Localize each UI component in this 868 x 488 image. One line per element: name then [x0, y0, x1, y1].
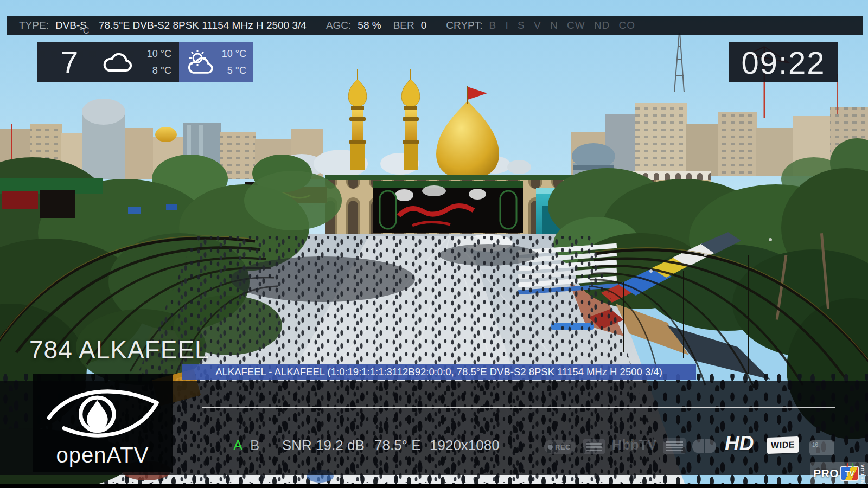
- transponder-info: 78.5°E DVB-S2 8PSK 11154 MHz H 2500 3/4: [99, 20, 307, 31]
- aspect-label: 16: [812, 442, 818, 448]
- protv-watermark: PRO TV NET.UA: [810, 462, 868, 485]
- today-high: 10 °C: [147, 48, 171, 60]
- forecast-high: 10 °C: [222, 48, 246, 60]
- brand-name: openATV: [33, 443, 173, 467]
- sun-cloud-icon: [184, 49, 216, 76]
- channel-title: 784 ALKAFEEL: [29, 335, 209, 364]
- time-display: 09:22: [741, 44, 825, 81]
- widescreen-icon: WIDE: [767, 436, 799, 454]
- type-label: TYPE:: [19, 20, 49, 31]
- agc-value: 58 %: [358, 20, 381, 31]
- teletext-icon: [663, 438, 686, 454]
- letterbox-bar: [0, 484, 868, 488]
- event-progress-line: [202, 407, 835, 408]
- hd-icon: HD: [725, 432, 754, 455]
- snr-value: SNR 19.2 dB: [282, 437, 365, 454]
- dolby-digital-icon: [692, 439, 716, 453]
- tuner-a-indicator: A: [233, 437, 242, 454]
- current-temperature: 7°C: [61, 42, 88, 82]
- wide-label: WIDE: [771, 440, 795, 451]
- weather-current-panel: 7°C 10 °C 8 °C: [37, 42, 179, 82]
- today-low: 8 °C: [147, 65, 171, 76]
- watermark-tv-text: TV: [845, 470, 854, 478]
- ber-value: 0: [421, 20, 427, 31]
- crypt-flags: B I S V N CW ND CO: [489, 20, 636, 31]
- drop-icon: [87, 400, 108, 430]
- satellite-position: 78.5° E: [374, 437, 421, 454]
- movielist-icon: [583, 439, 605, 454]
- service-reference-text: ALKAFEEL - ALKAFEEL (1:0:19:1:1:1:3112B9…: [215, 366, 662, 378]
- road-sign: [128, 207, 141, 214]
- cloud-icon: [100, 50, 134, 75]
- video-resolution: 1920x1080: [430, 437, 500, 454]
- forecast-low: 5 °C: [222, 65, 246, 76]
- rec-dot-icon: [548, 445, 553, 450]
- weather-forecast-panel: 10 °C 5 °C: [179, 42, 253, 82]
- aspect-ratio-icon: 16: [809, 440, 834, 455]
- forecast-minmax: 10 °C 5 °C: [222, 48, 246, 76]
- tuner-b-indicator: B: [250, 437, 259, 454]
- tuner-info-bar: TYPE: DVB-S 78.5°E DVB-S2 8PSK 11154 MHz…: [7, 16, 863, 35]
- brand-panel: openATV: [33, 374, 173, 472]
- watermark-netua-text: NET.UA: [860, 464, 865, 484]
- degree-unit: °C: [79, 26, 89, 35]
- tv-screen: TYPE: DVB-S 78.5°E DVB-S2 8PSK 11154 MHz…: [0, 0, 868, 488]
- road-sign: [166, 204, 177, 210]
- clock-panel: 09:22: [729, 42, 838, 82]
- ber-label: BER: [393, 20, 414, 31]
- crypt-label: CRYPT:: [446, 20, 482, 31]
- rec-icon: REC: [544, 440, 576, 454]
- tv-logo-icon: TV: [840, 466, 859, 481]
- black-banner: [373, 181, 523, 233]
- hbbtv-dots: ..: [626, 436, 635, 443]
- hbbtv-icon: .. HbbTV: [612, 437, 657, 453]
- service-info-bar: ALKAFEEL - ALKAFEEL (1:0:19:1:1:1:3112B9…: [182, 364, 696, 380]
- agc-label: AGC:: [326, 20, 351, 31]
- rec-label: REC: [555, 443, 571, 451]
- watermark-pro-text: PRO: [813, 467, 839, 480]
- today-minmax: 10 °C 8 °C: [147, 48, 171, 76]
- openatv-eye-logo: [46, 377, 159, 441]
